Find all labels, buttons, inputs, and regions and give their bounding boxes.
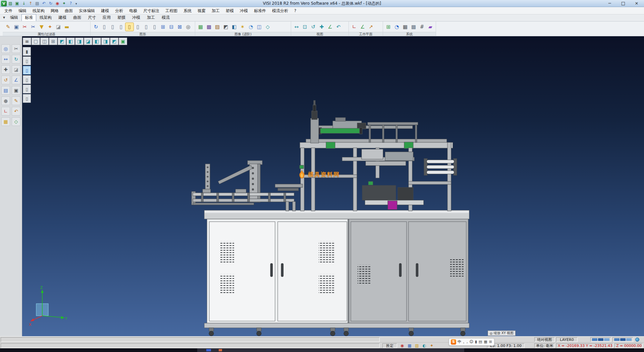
- dual-viewport-icon[interactable]: ◫: [40, 38, 49, 45]
- views-tool-icon[interactable]: ◇: [12, 117, 20, 126]
- tab[interactable]: 尺寸: [85, 14, 99, 21]
- help-icon[interactable]: ?: [68, 1, 74, 6]
- tab[interactable]: 应用: [99, 14, 114, 21]
- previous-view-icon[interactable]: ↶: [334, 23, 342, 31]
- display-hidden-icon[interactable]: ▯: [134, 23, 142, 31]
- undo-tool-icon[interactable]: ↶: [12, 107, 20, 116]
- single-viewport-icon[interactable]: ▢: [32, 38, 40, 45]
- zoom-window-icon[interactable]: ⊡: [301, 23, 309, 31]
- transform-tool-icon[interactable]: ↺: [1, 76, 10, 84]
- rotate-tool-icon[interactable]: ↻: [12, 55, 20, 63]
- clipboard-tool-icon[interactable]: ▣: [12, 86, 20, 95]
- axis-tool-icon[interactable]: ∟: [1, 107, 10, 116]
- render-scene-icon[interactable]: ▦: [197, 23, 205, 31]
- snap-grid-icon[interactable]: ▦: [401, 23, 409, 31]
- world-settings-icon[interactable]: ◔: [393, 23, 401, 31]
- refresh-graphics-icon[interactable]: ↻: [92, 23, 100, 31]
- qat-dropd own-icon[interactable]: ▾: [74, 2, 78, 5]
- stack-elements-icon[interactable]: ⊟: [167, 23, 175, 31]
- ime-logo-icon[interactable]: S: [451, 339, 456, 345]
- tab[interactable]: 线架构: [36, 14, 55, 21]
- folder-status-icon[interactable]: ▨: [414, 343, 420, 348]
- quick-pick-icon[interactable]: ✦: [46, 23, 54, 31]
- ime-punct-icon[interactable]: 。,: [463, 339, 468, 345]
- session-icon[interactable]: ◐: [421, 343, 427, 348]
- transparency-icon[interactable]: ◔: [247, 23, 255, 31]
- menu-item[interactable]: 网格: [48, 7, 62, 14]
- swatch-group-a[interactable]: [590, 337, 611, 342]
- layers-tool-icon[interactable]: ▤: [1, 86, 10, 95]
- display-points-icon[interactable]: ▯: [142, 23, 150, 31]
- copy-attributes-icon[interactable]: ▣: [12, 23, 20, 31]
- top-view-icon[interactable]: ◧: [66, 38, 75, 45]
- close-button[interactable]: ×: [630, 0, 643, 7]
- tab[interactable]: 曲面: [70, 14, 85, 21]
- trim-elements-icon[interactable]: ✂: [29, 23, 37, 31]
- erase-tool-icon[interactable]: ◪: [12, 65, 20, 74]
- menu-item[interactable]: ?: [291, 7, 299, 14]
- ime-keyboard-icon[interactable]: ▤: [478, 339, 482, 345]
- color-swatch[interactable]: [598, 338, 603, 341]
- inspect-graphics-icon[interactable]: ◎: [184, 23, 192, 31]
- display-wireframe-icon[interactable]: ▯: [109, 23, 117, 31]
- perspective-toggle-icon[interactable]: ◇: [264, 23, 272, 31]
- taskbar-window-segment[interactable]: [197, 348, 464, 352]
- edit-attributes-icon[interactable]: ✎: [4, 23, 12, 31]
- menu-item[interactable]: 视窗: [195, 7, 209, 14]
- swatch-group-b[interactable]: [612, 337, 633, 342]
- color-palette-icon[interactable]: ⊞: [384, 23, 392, 31]
- back-view-icon[interactable]: ◨: [101, 38, 110, 45]
- system-options-icon[interactable]: ▩: [410, 23, 418, 31]
- filter-all-icon[interactable]: ▮: [23, 47, 31, 56]
- group-elements-icon[interactable]: ⊞: [159, 23, 167, 31]
- menu-item[interactable]: 尺寸标注: [140, 7, 162, 14]
- tab[interactable]: 模流: [158, 14, 173, 21]
- section-view-icon[interactable]: ◫: [255, 23, 263, 31]
- filter-active-icon[interactable]: ▯: [23, 66, 31, 75]
- display-solids-icon[interactable]: ▯: [100, 23, 108, 31]
- cut-tool-icon[interactable]: ✂: [12, 44, 20, 53]
- menu-item[interactable]: 曲面: [62, 7, 76, 14]
- pan-view-icon[interactable]: ✚: [318, 23, 326, 31]
- filter-surfaces-icon[interactable]: ▯: [23, 75, 31, 84]
- color-swatch[interactable]: [592, 338, 597, 341]
- menu-item[interactable]: 文件: [1, 7, 15, 14]
- view-normal-icon[interactable]: ∠: [326, 23, 334, 31]
- ime-emoji-icon[interactable]: ☺: [469, 339, 474, 345]
- filter-wire-icon[interactable]: ▯: [23, 85, 31, 93]
- menu-item[interactable]: 塑模: [223, 7, 237, 14]
- view-mode-cell[interactable]: 绝对视图: [534, 337, 555, 342]
- shaded-view-icon[interactable]: ▣: [119, 38, 127, 45]
- menu-item[interactable]: 电极: [126, 7, 140, 14]
- viewport-canvas[interactable]: ≡▢◫⊞◩◧◨◪◧◨◩▣ ▮▯▯▯▯▯ 模具资料网 ◎ 缩放 XY 视图: [22, 36, 644, 336]
- background-color-icon[interactable]: ◧: [230, 23, 238, 31]
- tab[interactable]: 塑膜: [114, 14, 129, 21]
- menu-item[interactable]: 工程图: [162, 7, 180, 14]
- tab[interactable]: 标准: [21, 14, 36, 21]
- iso-view-icon[interactable]: ◩: [58, 38, 66, 45]
- lighting-icon[interactable]: ✶: [238, 23, 247, 31]
- filter-funnel-icon[interactable]: ▼: [38, 23, 46, 31]
- tab-dropdown-icon[interactable]: ▼: [1, 14, 7, 21]
- menu-item[interactable]: 线架构: [30, 7, 48, 14]
- render-quality-icon[interactable]: ▩: [205, 23, 213, 31]
- notify-icon[interactable]: ✦: [429, 343, 435, 348]
- tab[interactable]: 建模: [55, 14, 70, 21]
- globe-icon[interactable]: [635, 338, 639, 342]
- lock-cell[interactable]: 拴定: [382, 343, 397, 348]
- left-view-icon[interactable]: ◧: [93, 38, 101, 45]
- texture-map-icon[interactable]: ▨: [213, 23, 221, 31]
- stretch-tool-icon[interactable]: ↔: [1, 55, 10, 63]
- snapshot-icon[interactable]: ◉: [399, 343, 405, 348]
- grid-toggle-icon[interactable]: ▦: [407, 343, 413, 348]
- settings-icon[interactable]: ✦: [61, 1, 67, 6]
- tab[interactable]: 加工: [144, 14, 158, 21]
- dynamic-rotate-icon[interactable]: ↺: [309, 23, 317, 31]
- filter-solids-icon[interactable]: ▯: [23, 56, 31, 65]
- maximize-button[interactable]: □: [616, 0, 630, 7]
- workplane-face-icon[interactable]: ∠: [359, 23, 367, 31]
- menu-item[interactable]: 模流分析: [269, 7, 291, 14]
- display-edges-icon[interactable]: ▯: [151, 23, 159, 31]
- calculator-icon[interactable]: #: [418, 23, 426, 31]
- open-file-icon[interactable]: ▨: [7, 1, 13, 6]
